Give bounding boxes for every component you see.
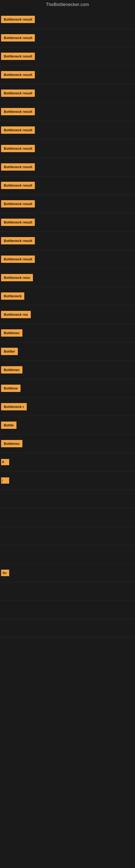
bottleneck-badge: Bottleneck result	[1, 200, 35, 208]
bottleneck-badge: Bottleneck result	[1, 182, 35, 189]
bottleneck-badge: |	[1, 477, 9, 484]
list-item: Bo	[0, 564, 135, 582]
list-item	[0, 545, 135, 564]
list-item: Bottleneck result	[0, 158, 135, 176]
list-item: Bottleneck result	[0, 213, 135, 231]
bottleneck-badge: Bottle	[1, 422, 16, 429]
bottleneck-badge: Bottleneck result	[1, 255, 35, 263]
bottleneck-list: Bottleneck resultBottleneck resultBottle…	[0, 10, 135, 638]
list-item: Bottleneck result	[0, 140, 135, 158]
list-item: |	[0, 471, 135, 490]
list-item: Bottlenec	[0, 361, 135, 379]
bottleneck-badge: Bottler	[1, 348, 18, 355]
bottleneck-badge: Bottleneck result	[1, 219, 35, 226]
bottleneck-badge: Bottleneck res	[1, 311, 31, 318]
list-item: Bottleneck result	[0, 84, 135, 102]
list-item: Bottlene	[0, 379, 135, 398]
list-item: Bottlenec	[0, 324, 135, 342]
list-item: B	[0, 453, 135, 471]
bottleneck-badge: Bo	[1, 569, 9, 576]
bottleneck-badge: Bottleneck result	[1, 108, 35, 115]
bottleneck-badge: Bottleneck result	[1, 53, 35, 60]
list-item: Bottleneck result	[0, 231, 135, 250]
list-item	[0, 490, 135, 508]
bottleneck-badge: Bottleneck result	[1, 237, 35, 244]
list-item: Bottleneck result	[0, 121, 135, 140]
bottleneck-badge: Bottleneck result	[1, 163, 35, 170]
list-item: Bottle	[0, 416, 135, 435]
bottleneck-badge: Bottlenec	[1, 329, 22, 337]
list-item: Bottleneck r	[0, 398, 135, 416]
list-item: Bottleneck res	[0, 305, 135, 324]
list-item: Bottler	[0, 342, 135, 361]
list-item: Bottlenec	[0, 435, 135, 453]
list-item	[0, 582, 135, 600]
list-item: Bottleneck result	[0, 29, 135, 47]
list-item: Bottleneck resu	[0, 269, 135, 287]
list-item: Bottleneck result	[0, 250, 135, 269]
bottleneck-badge: Bottleneck resu	[1, 274, 33, 281]
bottleneck-badge: Bottleneck result	[1, 71, 35, 79]
bottleneck-badge: Bottleneck result	[1, 34, 35, 41]
list-item: Bottleneck result	[0, 102, 135, 121]
bottleneck-badge: B	[1, 459, 9, 465]
bottleneck-badge: Bottleneck result	[1, 145, 35, 152]
list-item: Bottleneck result	[0, 10, 135, 29]
bottleneck-badge: Bottleneck result	[1, 126, 35, 134]
site-title: TheBottlenecker.com	[0, 0, 135, 10]
bottleneck-badge: Bottlene	[1, 384, 20, 392]
list-item: Bottleneck result	[0, 47, 135, 66]
bottleneck-badge: Bottlenec	[1, 440, 22, 447]
bottleneck-badge: Bottleneck result	[1, 90, 35, 97]
bottleneck-badge: Bottleneck result	[1, 16, 35, 23]
list-item: Bottleneck result	[0, 66, 135, 84]
list-item: Bottleneck result	[0, 195, 135, 213]
list-item: Bottleneck result	[0, 176, 135, 195]
list-item	[0, 508, 135, 527]
list-item: Bottleneck	[0, 287, 135, 305]
list-item	[0, 619, 135, 638]
bottleneck-badge: Bottlenec	[1, 366, 22, 373]
list-item	[0, 527, 135, 545]
list-item	[0, 600, 135, 619]
bottleneck-badge: Bottleneck	[1, 292, 24, 300]
bottleneck-badge: Bottleneck r	[1, 403, 27, 410]
